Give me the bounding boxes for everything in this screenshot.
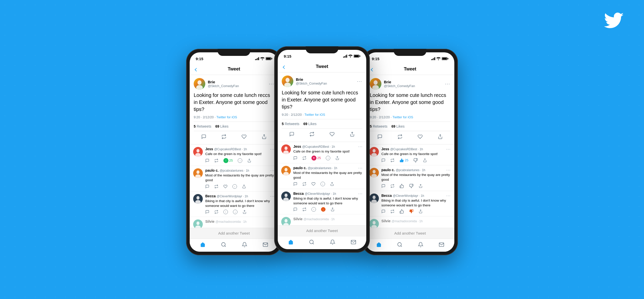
reply-item-jess-3: Jess @CupcakesRDBest · 1h ··· Cafe on th… xyxy=(366,144,454,165)
phone-2-add-tweet[interactable]: Add another Tweet xyxy=(278,225,366,236)
reply-reply2-btn-2[interactable] xyxy=(293,182,297,186)
reply-share-btn-2[interactable] xyxy=(335,156,339,160)
reply-react-jess-2[interactable]: ♥ 25 xyxy=(311,156,321,161)
reply-share-btn[interactable] xyxy=(247,159,251,163)
retweet-action-2[interactable] xyxy=(309,132,314,137)
twitter-source-link-3[interactable]: Twitter for iOS xyxy=(392,115,413,119)
reply-circle-up-becca[interactable]: ↑ xyxy=(223,210,228,214)
reply-action-2[interactable] xyxy=(289,132,294,137)
notifications-nav-icon[interactable] xyxy=(242,242,247,249)
reply-retweet2-btn[interactable] xyxy=(214,184,218,189)
reply-retweet3-btn-3[interactable] xyxy=(390,209,394,213)
reply-share2-btn[interactable] xyxy=(242,184,246,189)
heart-action-2[interactable] xyxy=(330,132,335,137)
user-handle-2: @Sktch_ComedyFan xyxy=(296,82,327,85)
reply-more-paulo-3[interactable]: ··· xyxy=(446,168,451,172)
share-action[interactable] xyxy=(262,134,267,139)
reply-thumb-up-paulo-3[interactable] xyxy=(399,184,404,188)
reply-thumb-up-becca-3[interactable] xyxy=(399,209,404,214)
reply-action[interactable] xyxy=(201,134,206,139)
reply-dl-btn[interactable]: ↓ xyxy=(238,158,242,163)
reply-circle-down-orange-2[interactable]: ↓ xyxy=(321,207,326,212)
reply-retweet2-btn-2[interactable] xyxy=(302,182,306,186)
reply-reply-btn-3[interactable] xyxy=(381,158,385,162)
reply-share3-btn[interactable] xyxy=(243,210,247,214)
reply-heart2-btn[interactable] xyxy=(223,184,227,189)
share-action-3[interactable] xyxy=(438,134,443,139)
reply-reply2-btn[interactable] xyxy=(205,184,209,189)
more-options-button-2[interactable]: ··· xyxy=(357,79,362,84)
back-button-2[interactable] xyxy=(282,63,286,70)
retweet-action[interactable] xyxy=(221,134,226,139)
more-options-button-3[interactable]: ··· xyxy=(445,81,450,87)
reply-dl2-btn-2[interactable]: ↓ xyxy=(320,182,325,186)
share-action-2[interactable] xyxy=(350,132,355,137)
back-button-3[interactable] xyxy=(370,66,374,72)
reply-reply3-btn-2[interactable] xyxy=(293,207,297,211)
reply-retweet-btn[interactable] xyxy=(214,159,218,163)
search-nav-icon-3[interactable] xyxy=(397,242,403,249)
reply-circle-up-becca-2[interactable]: ↑ xyxy=(311,207,316,212)
reply-item-paulo-3: paulo c. @pcabralantunes · 1h ··· Most o… xyxy=(366,165,454,191)
mail-nav-icon-3[interactable] xyxy=(439,242,444,249)
reply-reply3-btn[interactable] xyxy=(205,210,209,214)
heart-action-3[interactable] xyxy=(418,134,423,139)
search-nav-icon-2[interactable] xyxy=(309,239,314,246)
tweet-actions xyxy=(194,132,274,141)
reply-thumb-up-jess-3[interactable]: 25 xyxy=(399,158,408,163)
twitter-source-link-2[interactable]: Twitter for iOS xyxy=(304,113,325,117)
reply-actions-jess-3: 25 xyxy=(381,158,451,163)
reply-action-3[interactable] xyxy=(377,134,382,139)
reply-more-jess-3[interactable]: ··· xyxy=(446,147,451,151)
home-nav-icon-3[interactable] xyxy=(376,242,382,249)
mail-nav-icon[interactable] xyxy=(263,242,268,249)
phone-1-nav: Tweet xyxy=(190,63,278,75)
reply-reply-btn-2[interactable] xyxy=(293,156,297,160)
reply-more-jess-2[interactable]: ··· xyxy=(358,144,363,148)
reply-actions-paulo-2: ↓ xyxy=(293,182,363,186)
notifications-nav-icon-3[interactable] xyxy=(418,242,423,249)
search-nav-icon[interactable] xyxy=(221,242,226,249)
reply-share2-btn-2[interactable] xyxy=(330,182,334,186)
tweet-meta-2: 9:20 · 2/12/20 · Twitter for iOS xyxy=(282,113,362,117)
mail-nav-icon-2[interactable] xyxy=(351,239,356,246)
reply-retweet3-btn-2[interactable] xyxy=(302,207,306,211)
reply-react-jess[interactable]: ↑ 25 xyxy=(223,158,233,163)
reply-retweet-btn-3[interactable] xyxy=(390,158,394,162)
reply-thumb-down-3[interactable] xyxy=(413,158,418,163)
user-info-2: Brie @Sktch_ComedyFan xyxy=(296,77,327,85)
home-nav-icon[interactable] xyxy=(200,242,206,249)
notifications-nav-icon-2[interactable] xyxy=(330,239,335,246)
phone-3-add-tweet[interactable]: Add another Tweet xyxy=(366,228,454,239)
heart-action[interactable] xyxy=(242,134,247,139)
reply-more-paulo-2[interactable]: ··· xyxy=(358,166,363,170)
reply-retweet-btn-2[interactable] xyxy=(302,156,306,160)
home-nav-icon-2[interactable] xyxy=(288,239,294,246)
reply-name-paulo: paulo c. xyxy=(205,168,219,172)
reply-dl-btn-2[interactable]: ↓ xyxy=(326,156,330,160)
reply-thumb-down-paulo-3[interactable] xyxy=(409,184,414,188)
phone-3-nav: Tweet xyxy=(366,63,454,75)
reply-more-becca-3[interactable]: ··· xyxy=(446,194,451,198)
reply-reply-btn[interactable] xyxy=(205,159,209,163)
phone-3-bottom-nav xyxy=(366,239,454,252)
twitter-source-link[interactable]: Twitter for iOS xyxy=(216,115,237,119)
reply-thumb-down-orange-becca-3[interactable] xyxy=(409,209,414,214)
reply-share-btn-3[interactable] xyxy=(423,158,427,162)
reply-heart2-btn-2[interactable] xyxy=(311,182,315,186)
reply-share3-btn-2[interactable] xyxy=(331,207,335,211)
reply-reply3-btn-3[interactable] xyxy=(381,209,385,213)
phone-3-nav-title: Tweet xyxy=(404,66,416,72)
reply-share3-btn-3[interactable] xyxy=(419,209,423,213)
reply-dl3-btn[interactable]: ↓ xyxy=(233,210,237,214)
reply-retweet2-btn-3[interactable] xyxy=(390,184,394,188)
reply-share2-btn-3[interactable] xyxy=(419,184,423,188)
reply-retweet3-btn[interactable] xyxy=(214,210,218,214)
reply-reply2-btn-3[interactable] xyxy=(381,184,385,188)
phone-1-add-tweet[interactable]: Add another Tweet xyxy=(190,228,278,239)
back-button[interactable] xyxy=(194,66,198,72)
reply-more-becca-2[interactable]: ··· xyxy=(358,192,363,196)
retweet-action-3[interactable] xyxy=(397,134,403,139)
more-options-button[interactable]: ··· xyxy=(269,81,274,87)
reply-dl2-btn[interactable]: ↓ xyxy=(232,184,237,189)
